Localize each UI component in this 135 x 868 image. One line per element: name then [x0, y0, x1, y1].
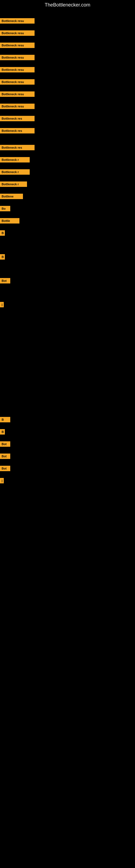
bar-label: |	[0, 478, 4, 484]
bar-row: B	[0, 429, 5, 435]
bar-row: Bottleneck resu	[0, 30, 35, 36]
bar-label: B	[0, 429, 5, 435]
bar-label: Bottleneck resu	[0, 67, 35, 72]
bar-label: Bottleneck r	[0, 169, 30, 175]
bar-row: Bottleneck r	[0, 182, 27, 187]
bar-row: Bottleneck res	[0, 116, 35, 121]
bar-row: Bottleneck res	[0, 145, 35, 150]
bar-row: Bottleneck r	[0, 169, 30, 175]
bar-row: Bottlene	[0, 194, 23, 199]
bar-label: B	[0, 417, 10, 422]
bar-row: Bo	[0, 206, 10, 211]
bar-row: Bot	[0, 466, 10, 471]
bar-label: Bot	[0, 466, 10, 471]
bar-label: Bottleneck res	[0, 116, 35, 121]
bar-row: Bot	[0, 441, 10, 447]
bar-label: Bottle	[0, 218, 19, 223]
bar-label: Bottleneck r	[0, 157, 30, 162]
bar-row: Bottleneck resu	[0, 18, 35, 24]
bar-row: Bottleneck resu	[0, 42, 35, 48]
bar-row: Bot	[0, 278, 10, 283]
bar-label: Bottleneck resu	[0, 104, 35, 109]
bar-row: B	[0, 417, 10, 422]
bar-row: Bottleneck r	[0, 157, 30, 162]
bar-label: Bottlene	[0, 194, 23, 199]
bar-label: Bottleneck resu	[0, 30, 35, 36]
bar-label: B	[0, 254, 5, 259]
bar-row: |	[0, 478, 4, 484]
bar-label: Bottleneck resu	[0, 18, 35, 24]
bar-row: Bot	[0, 454, 10, 459]
bar-label: Bottleneck r	[0, 182, 27, 187]
bar-row: Bottleneck resu	[0, 55, 35, 60]
bar-row: |	[0, 302, 4, 307]
bar-label: |	[0, 302, 4, 307]
bar-label: Bot	[0, 441, 10, 447]
bar-label: Bottleneck resu	[0, 42, 35, 48]
bar-row: Bottleneck resu	[0, 67, 35, 72]
bar-row: Bottle	[0, 218, 19, 223]
bar-label: Bo	[0, 206, 10, 211]
site-title: TheBottlenecker.com	[0, 0, 135, 10]
bar-row: Bottleneck resu	[0, 79, 35, 85]
bar-label: Bot	[0, 454, 10, 459]
bar-row: Bottleneck resu	[0, 91, 35, 97]
bar-label: Bottleneck resu	[0, 79, 35, 85]
bar-row: Bottleneck resu	[0, 104, 35, 109]
bar-label: Bottleneck res	[0, 128, 35, 133]
bar-row: Bottleneck res	[0, 128, 35, 133]
bar-label: Bot	[0, 278, 10, 283]
bar-label: Bottleneck res	[0, 145, 35, 150]
bar-label: Bottleneck resu	[0, 55, 35, 60]
bar-row: B	[0, 254, 5, 259]
bar-label: Bottleneck resu	[0, 91, 35, 97]
bar-label: B	[0, 230, 5, 236]
bar-row: B	[0, 230, 5, 236]
